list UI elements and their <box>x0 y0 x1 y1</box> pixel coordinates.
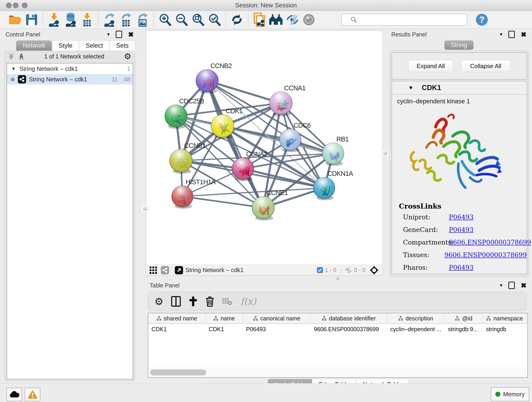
import-table-icon[interactable] <box>80 13 94 27</box>
column-header-description[interactable]: description <box>387 313 445 323</box>
results-panel-float-icon[interactable] <box>508 31 515 38</box>
crosslink-label: Compartments: <box>403 239 449 246</box>
crosslink-link[interactable]: P06493 <box>449 213 474 221</box>
node-label-ccna1: CCNA1 <box>284 84 305 92</box>
copy-document-share-icon[interactable] <box>252 13 266 27</box>
minimize-window-button[interactable] <box>13 2 19 8</box>
column-header--id[interactable]: @id <box>445 313 483 323</box>
table-cell[interactable]: stringdb <box>483 324 526 334</box>
edge-count: 48 <box>124 76 130 83</box>
table-cell[interactable]: CDK1 <box>148 324 206 334</box>
table-panel: Table Panel ▾ ✖ ⚙ f(x) shared namenameca… <box>146 281 530 381</box>
node-label-ccnb2: CCNB2 <box>210 62 232 70</box>
node-label-cdkn1a: CDKN1A <box>327 170 353 177</box>
export-image-icon[interactable] <box>135 13 150 27</box>
collection-expand-icon[interactable]: ▼ <box>11 66 16 71</box>
network-canvas[interactable]: CCNB2CCNA1CDC25BCDK1CDC6RB1CCNB1CCNA2CDK… <box>146 31 382 264</box>
gene-description: cyclin–dependent kinase 1 <box>392 95 527 105</box>
network-share-icon[interactable] <box>161 266 169 274</box>
node-label-cdc25b: CDC25B <box>179 97 204 105</box>
birdseye-view-icon[interactable] <box>370 266 379 275</box>
table-cell[interactable]: P06493 <box>243 324 311 334</box>
crosslink-label: Uniprot: <box>403 213 449 221</box>
zoom-fit-icon[interactable] <box>191 13 205 27</box>
delete-column-icon[interactable] <box>206 296 214 307</box>
results-panel-close-icon[interactable]: ✖ <box>521 31 526 38</box>
table-cell[interactable]: CDK1 <box>206 324 243 334</box>
houses-icon[interactable] <box>269 13 283 27</box>
crosslink-link[interactable]: P06493 <box>449 264 474 271</box>
help-icon[interactable]: ? <box>476 14 488 26</box>
network-collection-row[interactable]: ▼ String Network – cdk1 1 <box>7 64 133 74</box>
gear-icon[interactable]: ⚙ <box>124 51 131 61</box>
zoom-in-icon[interactable] <box>158 13 172 27</box>
table-cell[interactable]: stringdb:9... <box>445 324 483 334</box>
zoom-selected-icon[interactable] <box>207 13 222 27</box>
network-row[interactable]: String Network – cdk1 11 48 <box>7 74 133 85</box>
control-panel-collapse-icon[interactable]: ▾ <box>107 32 110 37</box>
add-column-icon[interactable] <box>189 296 198 307</box>
detach-view-icon[interactable] <box>175 266 183 274</box>
import-database-icon[interactable] <box>63 13 78 27</box>
export-network-icon[interactable] <box>102 13 117 27</box>
table-panel-close-icon[interactable]: ✖ <box>521 281 526 289</box>
column-header-name[interactable]: name <box>206 313 243 323</box>
expand-all-networks-icon[interactable]: ≫ <box>7 53 15 60</box>
scrollbar-thumb[interactable] <box>150 370 206 375</box>
gene-section-header[interactable]: ▼ CDK1 <box>392 81 527 95</box>
expand-all-button[interactable]: Expand All <box>408 60 453 72</box>
column-header-shared-name[interactable]: shared name <box>148 313 206 323</box>
warning-icon[interactable] <box>25 388 40 401</box>
import-network-icon[interactable] <box>47 13 61 27</box>
tab-sets[interactable]: Sets <box>109 40 135 51</box>
collapse-all-networks-icon[interactable]: ≫ <box>17 53 25 60</box>
column-header-namespace[interactable]: namespace <box>483 313 526 323</box>
tree-icon <box>213 316 218 321</box>
collapse-all-button[interactable]: Collapse All <box>461 60 510 72</box>
table-panel-collapse-icon[interactable]: ▾ <box>500 282 502 288</box>
tab-select[interactable]: Select <box>79 40 109 51</box>
grid-view-icon[interactable] <box>149 266 157 274</box>
tab-style[interactable]: Style <box>52 40 79 51</box>
table-panel-float-icon[interactable] <box>508 282 515 289</box>
zoom-window-button[interactable] <box>22 2 27 8</box>
table-horizontal-scrollbar[interactable] <box>148 368 528 378</box>
zoom-out-icon[interactable] <box>174 13 189 27</box>
crosslink-link[interactable]: 9606.ENSP00000378699 <box>449 239 531 246</box>
selected-nodes-checkbox[interactable] <box>317 267 323 273</box>
close-window-button[interactable] <box>6 2 12 8</box>
crosslink-row: Pharos:P06493 <box>403 264 527 271</box>
node-label-cdk1: CDK1 <box>226 107 242 115</box>
table-cell[interactable]: 9606.ENSP00000378699 <box>311 324 387 334</box>
gene-collapse-icon[interactable]: ▼ <box>408 85 413 91</box>
search-input[interactable] <box>341 14 467 26</box>
left-splitter-handle[interactable] <box>141 205 148 212</box>
save-icon[interactable] <box>25 13 39 27</box>
open-file-icon[interactable] <box>8 13 22 27</box>
gene-name: CDK1 <box>422 84 441 92</box>
hidden-eye-slash-icon <box>344 267 352 274</box>
column-header-database-identifier[interactable]: database identifier <box>311 313 387 323</box>
table-settings-gear-icon[interactable]: ⚙ <box>154 296 163 307</box>
show-columns-icon[interactable] <box>171 296 181 307</box>
node-table[interactable]: shared namenamecanonical namedatabase id… <box>148 313 528 368</box>
tab-network[interactable]: Network <box>16 40 52 51</box>
memory-label: Memory <box>503 391 525 398</box>
column-header-canonical-name[interactable]: canonical name <box>243 313 311 323</box>
tab-string[interactable]: String <box>444 40 474 50</box>
network-view-panel: CCNB2CCNA1CDC25BCDK1CDC6RB1CCNB1CCNA2CDK… <box>146 31 383 275</box>
eye-slash-icon[interactable] <box>285 13 299 27</box>
crosslink-row: Uniprot:P06493 <box>403 213 527 221</box>
crosslink-link[interactable]: P06493 <box>449 226 474 234</box>
horizontal-splitter-handle[interactable] <box>335 276 341 281</box>
export-table-icon[interactable] <box>119 13 133 27</box>
crosslink-link[interactable]: 9606.ENSP00000378699 <box>444 251 527 259</box>
control-panel-float-icon[interactable] <box>116 31 122 38</box>
cloud-icon[interactable] <box>6 388 22 401</box>
refresh-icon[interactable] <box>230 13 244 27</box>
control-panel-close-icon[interactable]: ✖ <box>128 31 134 38</box>
network-current-indicator <box>11 77 15 81</box>
memory-button[interactable]: Memory <box>491 387 529 401</box>
table-cell[interactable]: cyclin–dependent ... <box>387 324 445 334</box>
results-panel-collapse-icon[interactable]: ▾ <box>500 32 502 37</box>
